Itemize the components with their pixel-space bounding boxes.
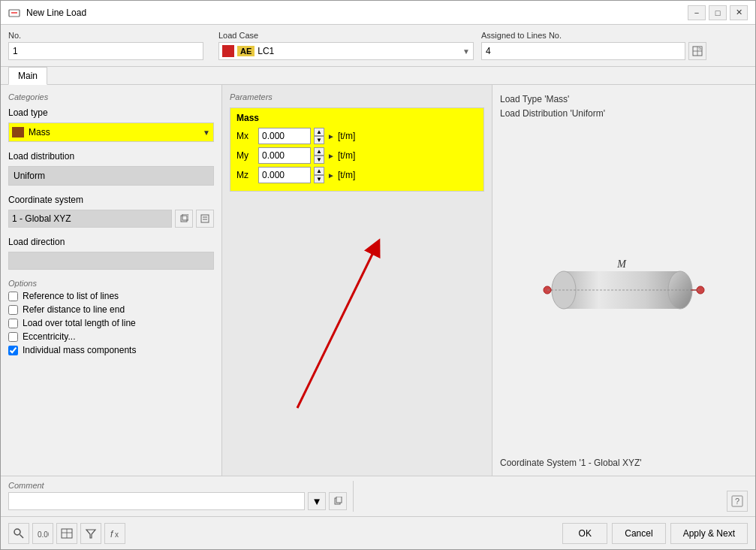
search-tool-button[interactable] bbox=[8, 523, 29, 544]
mx-input[interactable] bbox=[258, 128, 311, 144]
lc-dropdown-icon[interactable]: ▼ bbox=[462, 47, 470, 56]
filter-tool-button[interactable] bbox=[80, 523, 101, 544]
table-tool-button[interactable] bbox=[56, 523, 77, 544]
option-load-total: Load over total length of line bbox=[8, 318, 214, 328]
svg-rect-9 bbox=[201, 215, 209, 222]
formula-icon: f x bbox=[109, 527, 121, 539]
mass-components-checkbox[interactable] bbox=[8, 346, 18, 355]
assigned-field-group: Assigned to Lines No. bbox=[481, 31, 706, 60]
copy-icon bbox=[179, 214, 188, 223]
coord-system-display: Coordinate System '1 - Global XYZ' bbox=[500, 458, 748, 468]
main-window: New Line Load − □ ✕ No. 1 Load Case AE L… bbox=[0, 0, 756, 550]
assigned-row bbox=[481, 42, 706, 60]
decimal-tool-button[interactable]: 0.00 bbox=[32, 523, 53, 544]
mz-input[interactable] bbox=[258, 167, 311, 183]
option-ref-list: Reference to list of lines bbox=[8, 291, 214, 301]
my-label: My bbox=[236, 150, 255, 161]
load-type-dropdown-icon: ▼ bbox=[203, 128, 210, 137]
ok-button[interactable]: OK bbox=[562, 523, 607, 544]
picker-icon bbox=[692, 46, 703, 56]
mx-row: Mx ▲ ▼ ► [t/m] bbox=[236, 128, 477, 144]
comment-copy-button[interactable] bbox=[329, 492, 347, 510]
apply-next-button[interactable]: Apply & Next bbox=[670, 523, 748, 544]
mass-components-label: Individual mass components bbox=[23, 345, 136, 355]
middle-panel-container: Parameters Mass Mx ▲ ▼ ► [t/m] bbox=[222, 85, 492, 476]
tab-main[interactable]: Main bbox=[8, 67, 47, 85]
load-direction-section: Load direction bbox=[8, 237, 214, 270]
categories-label: Categories bbox=[8, 92, 214, 101]
load-type-select[interactable]: Mass ▼ bbox=[8, 122, 214, 142]
bottom-left-tools: 0.00 f x bbox=[8, 523, 125, 544]
comment-right: ? bbox=[354, 481, 748, 512]
filter-icon bbox=[85, 527, 97, 539]
svg-marker-33 bbox=[86, 530, 95, 538]
comment-section: Comment ▼ ? bbox=[1, 476, 755, 516]
load-distribution-label: Load distribution bbox=[8, 151, 214, 162]
option-eccentricity: Eccentricity... bbox=[8, 331, 214, 342]
copy-comment-icon bbox=[333, 497, 342, 506]
mz-down-button[interactable]: ▼ bbox=[314, 175, 324, 183]
load-distribution-value: Uniform bbox=[8, 166, 214, 186]
ref-list-checkbox[interactable] bbox=[8, 292, 18, 301]
assigned-label: Assigned to Lines No. bbox=[481, 31, 706, 40]
mass-icon bbox=[12, 127, 24, 138]
minimize-button[interactable]: − bbox=[688, 5, 706, 20]
bottom-toolbar: 0.00 f x bbox=[1, 516, 755, 549]
parameters-yellow-box: Mass Mx ▲ ▼ ► [t/m] bbox=[230, 107, 484, 192]
help-icon: ? bbox=[731, 495, 743, 507]
svg-text:M: M bbox=[616, 258, 627, 270]
info-line1: Load Type 'Mass' bbox=[500, 92, 748, 107]
bottom-right-buttons: OK Cancel Apply & Next bbox=[562, 523, 748, 544]
eccentricity-checkbox[interactable] bbox=[8, 332, 18, 342]
comment-left: Comment ▼ bbox=[8, 481, 354, 512]
coord-system-input[interactable] bbox=[8, 210, 172, 228]
mx-down-button[interactable]: ▼ bbox=[314, 136, 324, 144]
my-down-button[interactable]: ▼ bbox=[314, 156, 324, 164]
my-stepper: ▲ ▼ bbox=[314, 147, 324, 164]
ref-list-label: Reference to list of lines bbox=[23, 291, 119, 301]
comment-label: Comment bbox=[8, 481, 347, 490]
svg-text:x: x bbox=[115, 530, 119, 539]
svg-rect-24 bbox=[336, 497, 342, 503]
help-icon-button[interactable]: ? bbox=[727, 491, 748, 512]
coord-copy-button[interactable] bbox=[175, 210, 193, 228]
mx-stepper: ▲ ▼ bbox=[314, 128, 324, 144]
my-input[interactable] bbox=[258, 147, 311, 164]
formula-tool-button[interactable]: f x bbox=[104, 523, 125, 544]
title-controls: − □ ✕ bbox=[688, 5, 748, 20]
load-total-checkbox[interactable] bbox=[8, 319, 18, 328]
cancel-button[interactable]: Cancel bbox=[612, 523, 665, 544]
load-direction-label: Load direction bbox=[8, 237, 214, 247]
top-fields: No. 1 Load Case AE LC1 ▼ Assigned to Lin… bbox=[1, 25, 755, 67]
svg-text:?: ? bbox=[735, 497, 739, 506]
coord-list-button[interactable] bbox=[196, 210, 214, 228]
mz-up-button[interactable]: ▲ bbox=[314, 167, 324, 175]
comment-dropdown-button[interactable]: ▼ bbox=[308, 492, 326, 510]
eccentricity-label: Eccentricity... bbox=[23, 331, 75, 342]
content-area: Categories Load type Mass ▼ Load distrib… bbox=[1, 85, 755, 476]
info-line2: Load Distribution 'Uniform' bbox=[500, 107, 748, 121]
my-up-button[interactable]: ▲ bbox=[314, 147, 324, 156]
svg-rect-7 bbox=[181, 216, 187, 222]
close-button[interactable]: ✕ bbox=[730, 5, 748, 20]
assigned-picker-button[interactable] bbox=[688, 42, 706, 60]
ref-dist-label: Refer distance to line end bbox=[23, 304, 125, 315]
maximize-button[interactable]: □ bbox=[709, 5, 727, 20]
coordinate-system-section: Coordinate system bbox=[8, 195, 214, 228]
right-panel: Load Type 'Mass' Load Distribution 'Unif… bbox=[492, 85, 755, 476]
window-icon bbox=[8, 7, 20, 19]
ref-dist-checkbox[interactable] bbox=[8, 305, 18, 315]
no-input[interactable]: 1 bbox=[8, 42, 203, 60]
load-distribution-section: Load distribution Uniform bbox=[8, 151, 214, 186]
categories-section: Categories Load type Mass ▼ bbox=[8, 92, 214, 142]
comment-input[interactable] bbox=[8, 492, 305, 510]
my-unit: [t/m] bbox=[338, 150, 355, 161]
assigned-input[interactable] bbox=[481, 42, 685, 60]
mx-up-button[interactable]: ▲ bbox=[314, 128, 324, 136]
load-direction-input[interactable] bbox=[8, 252, 214, 270]
parameters-label: Parameters bbox=[230, 92, 484, 101]
decimal-icon: 0.00 bbox=[37, 527, 49, 539]
svg-text:f: f bbox=[110, 529, 114, 539]
mx-unit: [t/m] bbox=[338, 131, 355, 141]
options-section: Options Reference to list of lines Refer… bbox=[8, 279, 214, 355]
